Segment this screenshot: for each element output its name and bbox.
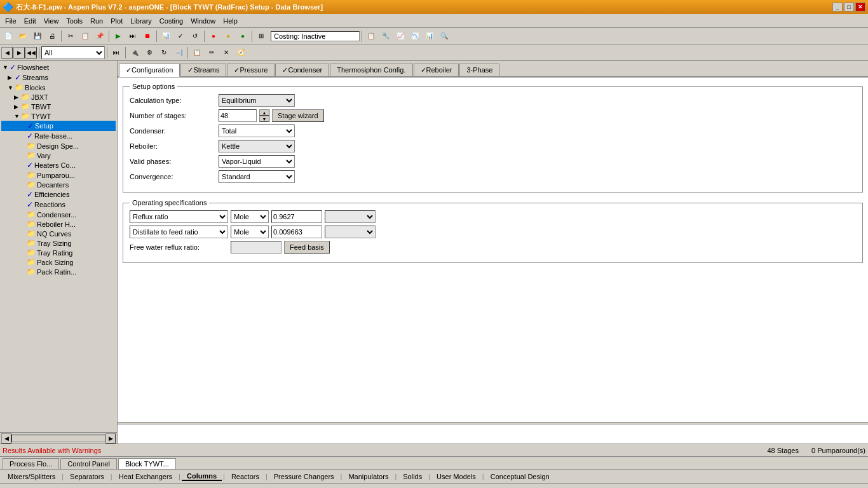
- distillate-spec-select[interactable]: Distillate to feed ratio Distillate rate…: [130, 226, 228, 238]
- sidebar-item-vary[interactable]: 📁 Vary: [1, 151, 116, 160]
- tb-print[interactable]: 🖨: [45, 29, 59, 43]
- tb-step[interactable]: ⏭: [126, 29, 140, 43]
- sidebar-item-jbxt[interactable]: ▶ 📁 JBXT: [1, 92, 116, 102]
- distillate-value-input[interactable]: [271, 226, 322, 238]
- tb-more6[interactable]: 🔍: [437, 29, 451, 43]
- tab-block-tywt[interactable]: Block TYWT...: [118, 458, 176, 469]
- valid-phases-select[interactable]: Vapor-Liquid Vapor-Liquid-Liquid: [219, 155, 295, 168]
- reflux-unit-select[interactable]: [325, 210, 376, 223]
- freewater-value-input[interactable]: [231, 241, 281, 254]
- sec-pressure-changers[interactable]: Pressure Changers: [269, 473, 339, 480]
- tb-results[interactable]: 📊: [159, 29, 173, 43]
- reflux-basis-select[interactable]: Mole Mass: [231, 210, 269, 223]
- tb-copy[interactable]: 📋: [78, 29, 92, 43]
- tb2-forward[interactable]: ▶: [13, 47, 25, 58]
- tb-save[interactable]: 💾: [31, 29, 44, 43]
- sidebar-item-decanters[interactable]: 📁 Decanters: [1, 180, 116, 189]
- scrollbar-track[interactable]: [11, 435, 105, 442]
- close-button[interactable]: ✕: [855, 3, 865, 11]
- sec-heat-exchangers[interactable]: Heat Exchangers: [114, 473, 177, 480]
- tab-threephase[interactable]: 3-Phase: [459, 64, 499, 76]
- tb-cut[interactable]: ✂: [64, 29, 78, 43]
- sidebar-item-ratebased[interactable]: ✓ Rate-base...: [1, 131, 116, 141]
- scroll-right[interactable]: ▶: [105, 433, 116, 444]
- stages-input[interactable]: [219, 109, 257, 122]
- tb2-edit[interactable]: ✏: [205, 46, 219, 60]
- sidebar-item-packrating[interactable]: 📁 Pack Ratin...: [1, 267, 116, 276]
- menu-costing[interactable]: Costing: [156, 16, 187, 26]
- tb-red-circle[interactable]: ●: [207, 29, 220, 43]
- tb2-next[interactable]: ⏭: [109, 46, 123, 60]
- tab-process-flow[interactable]: Process Flo...: [3, 458, 59, 469]
- reflux-spec-select[interactable]: Reflux ratio Reflux rate Condenser duty: [130, 210, 228, 223]
- sec-reactors[interactable]: Reactors: [226, 473, 264, 480]
- menu-help[interactable]: Help: [219, 16, 241, 26]
- tb-more3[interactable]: 📈: [393, 29, 407, 43]
- sidebar-item-reboilerh[interactable]: 📁 Reboiler H...: [1, 219, 116, 229]
- tb2-icon3[interactable]: ↻: [157, 46, 171, 60]
- minimize-button[interactable]: _: [832, 3, 843, 11]
- sec-separators[interactable]: Separators: [65, 473, 109, 480]
- sidebar-item-setup[interactable]: ✓ Setup: [1, 121, 116, 131]
- reboiler-select[interactable]: Kettle Thermosiphon None: [219, 140, 295, 152]
- tb-new[interactable]: 📄: [1, 29, 15, 43]
- tb2-nav[interactable]: 🧭: [234, 46, 248, 60]
- sidebar-item-nqcurves[interactable]: 📁 NQ Curves: [1, 229, 116, 238]
- sidebar-item-tywt[interactable]: ▼ 📁 TYWT: [1, 111, 116, 121]
- sidebar-item-flowsheet[interactable]: ▼ ✓ Flowsheet: [1, 62, 116, 72]
- all-filter-dropdown[interactable]: All: [41, 46, 105, 59]
- tb2-back2[interactable]: ◀◀: [25, 47, 37, 58]
- stage-wizard-button[interactable]: Stage wizard: [272, 109, 324, 122]
- convergence-select[interactable]: Standard Petroleum/Wide-boiling Strongly…: [219, 170, 295, 183]
- scroll-left[interactable]: ◀: [1, 433, 11, 444]
- condenser-select[interactable]: Total Partial-Vapor Partial-Vapor-Liquid…: [219, 125, 295, 137]
- tb-more1[interactable]: 📋: [364, 29, 378, 43]
- maximize-button[interactable]: □: [844, 3, 854, 11]
- tb-reset[interactable]: ↺: [188, 29, 202, 43]
- sec-manipulators[interactable]: Manipulators: [343, 473, 393, 480]
- tb-run[interactable]: ▶: [111, 29, 125, 43]
- menu-view[interactable]: View: [40, 16, 63, 26]
- sidebar-item-tbwt[interactable]: ▶ 📁 TBWT: [1, 102, 116, 111]
- menu-edit[interactable]: Edit: [20, 16, 40, 26]
- sidebar-item-heaters[interactable]: ✓ Heaters Co...: [1, 160, 116, 170]
- sec-columns[interactable]: Columns: [182, 472, 222, 481]
- tb2-icon4[interactable]: →|: [172, 46, 186, 60]
- stages-down[interactable]: ▼: [259, 116, 269, 122]
- tb-green-circle[interactable]: ●: [236, 29, 250, 43]
- tb-yellow-circle[interactable]: ●: [221, 29, 235, 43]
- tab-control-panel[interactable]: Control Panel: [60, 458, 117, 469]
- menu-plot[interactable]: Plot: [107, 16, 126, 26]
- calc-type-select[interactable]: Equilibrium: [219, 94, 295, 107]
- tb2-delete[interactable]: ✕: [219, 46, 233, 60]
- tb2-icon2[interactable]: ⚙: [142, 46, 156, 60]
- tab-configuration[interactable]: ✓Configuration: [119, 64, 180, 77]
- sidebar-item-trayrating[interactable]: 📁 Tray Rating: [1, 248, 116, 257]
- sec-conceptual-design[interactable]: Conceptual Design: [485, 473, 555, 480]
- sidebar-item-efficiencies[interactable]: ✓ Efficiencies: [1, 189, 116, 200]
- tb-stop[interactable]: ⏹: [140, 29, 154, 43]
- tb-paste[interactable]: 📌: [93, 29, 107, 43]
- sidebar-item-traysizing[interactable]: 📁 Tray Sizing: [1, 238, 116, 248]
- sidebar-item-condenser[interactable]: 📁 Condenser...: [1, 210, 116, 219]
- sec-solids[interactable]: Solids: [398, 473, 427, 480]
- window-controls[interactable]: _ □ ✕: [832, 3, 865, 11]
- feed-basis-button[interactable]: Feed basis: [284, 241, 330, 254]
- sec-mixers[interactable]: Mixers/Splitters: [3, 473, 60, 480]
- distillate-basis-select[interactable]: Mole Mass: [231, 226, 269, 238]
- tb-open[interactable]: 📂: [16, 29, 30, 43]
- stages-up[interactable]: ▲: [259, 109, 269, 116]
- menu-run[interactable]: Run: [86, 16, 107, 26]
- distillate-unit-select[interactable]: [325, 226, 376, 238]
- menu-tools[interactable]: Tools: [62, 16, 86, 26]
- sidebar-item-designspec[interactable]: 📁 Design Spe...: [1, 141, 116, 151]
- tb-more4[interactable]: 📉: [408, 29, 422, 43]
- tb-check[interactable]: ✓: [173, 29, 187, 43]
- tab-streams[interactable]: ✓Streams: [180, 64, 226, 76]
- tb2-back[interactable]: ◀: [1, 47, 13, 58]
- menu-library[interactable]: Library: [126, 16, 156, 26]
- sidebar-item-streams[interactable]: ▶ ✓ Streams: [1, 72, 116, 83]
- tb-grid[interactable]: ⊞: [254, 29, 268, 43]
- sidebar-item-packsizing[interactable]: 📁 Pack Sizing: [1, 257, 116, 267]
- tb-more2[interactable]: 🔧: [379, 29, 393, 43]
